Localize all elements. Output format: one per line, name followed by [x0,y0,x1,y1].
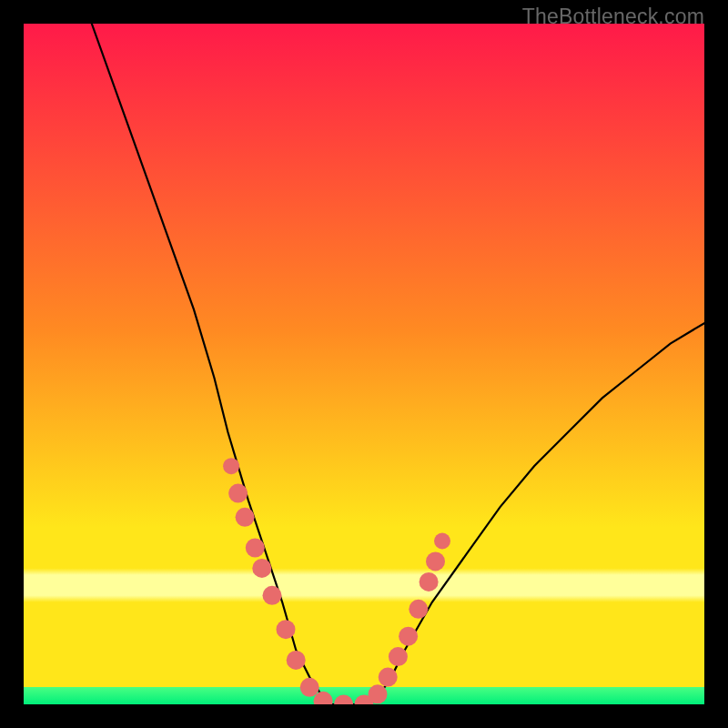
chart-container: TheBottleneck.com [0,0,728,728]
curve-marker [300,678,319,697]
markers-group [223,458,450,704]
curve-marker [420,572,439,592]
curve-marker [277,620,296,639]
curve-marker [287,651,306,670]
curve-marker [263,586,282,605]
curve-marker [223,458,239,474]
bottleneck-curve [92,24,704,704]
curve-marker [228,484,248,503]
curve-marker [236,508,255,527]
curve-svg [24,24,704,704]
curve-marker [334,695,353,705]
curve-marker [379,668,398,687]
curve-marker [426,551,445,571]
curve-marker [399,627,418,646]
curve-marker [389,647,408,666]
curve-marker [369,684,388,703]
curve-marker [252,559,271,578]
curve-marker [434,533,450,550]
curve-marker [246,539,265,558]
curve-marker [409,600,428,619]
plot-area [24,24,704,704]
